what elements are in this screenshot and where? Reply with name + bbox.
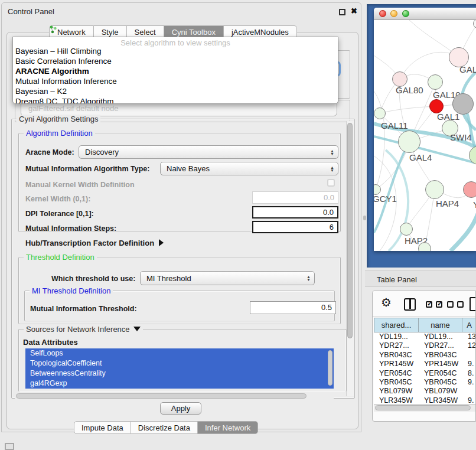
attribute-item-betweennesscentrality[interactable]: BetweennessCentrality [25,369,334,379]
network-window-titlebar[interactable] [374,8,476,20]
network-canvas[interactable]: GAL7GAL80GAL10GAL1GAL11GAL4SWI4GCY1HAP4Y… [374,20,476,251]
column-header-name[interactable]: name [419,318,462,332]
tab-infer-network[interactable]: Infer Network [198,421,258,434]
attribute-item-gal4rgexp[interactable]: gal4RGexp [25,379,334,389]
which-threshold-select[interactable]: MI Threshold ▲▼ [140,271,315,285]
manual-kernel-checkbox[interactable] [327,179,335,187]
kernel-width-label: Kernel Width (0,1): [25,195,90,203]
dropdown-option-bayesian-k2[interactable]: Bayesian – K2 [13,86,338,96]
table-cell: YDR27... [419,341,462,350]
float-window-icon[interactable] [339,9,345,15]
mi-type-value: Naive Bayes [167,164,210,173]
node-label-hap4: HAP4 [436,198,459,208]
table-cell: YBR045C [419,378,462,387]
network-node-y[interactable] [463,181,476,198]
sources-title[interactable]: Sources for Network Inference [24,325,143,334]
dropdown-options: Bayesian – Hill ClimbingBasic Correlatio… [13,46,338,104]
node-label-gal80: GAL80 [396,85,423,95]
dropdown-option-mutual-information-inference[interactable]: Mutual Information Inference [13,76,338,86]
close-icon[interactable]: ✖ [351,6,357,15]
network-node-hap4[interactable] [425,180,444,199]
network-node[interactable] [418,242,431,251]
network-node-gal4[interactable] [398,131,420,153]
table-row[interactable]: YBL079WYBL079W [374,387,476,396]
node-label-gal7: GAL7 [459,64,476,74]
tab-label: Cyni Toolbox [172,28,216,37]
stepper-arrows-icon: ▲▼ [307,275,311,281]
mi-type-select[interactable]: Naive Bayes ▲▼ [160,162,338,175]
sources-title-text: Sources for Network Inference [26,325,130,334]
aracne-mode-select[interactable]: Discovery ▲▼ [79,145,338,159]
node-label-gal1: GAL1 [437,112,459,122]
apply-button[interactable]: Apply [160,402,201,415]
mi-threshold-definition-title: MI Threshold Definition [30,286,113,295]
network-window[interactable]: GAL7GAL80GAL10GAL1GAL11GAL4SWI4GCY1HAP4Y… [374,8,476,251]
tab-discretize-data[interactable]: Discretize Data [131,421,198,434]
settings-scrollbar-thumb[interactable] [347,123,353,338]
mi-threshold-label: Mutual Information Threshold: [30,305,137,313]
table-row[interactable]: YER054CYER054C8. [374,369,476,378]
dropdown-option-bayesian-hill-climbing[interactable]: Bayesian – Hill Climbing [13,46,338,56]
checked-box-icon[interactable] [426,301,432,308]
splitter-grip[interactable] [363,216,366,220]
table-row[interactable]: YPR145WYPR145W9. [374,360,476,369]
dropdown-option-basic-correlation-inference[interactable]: Basic Correlation Inference [13,56,338,66]
table-cell: 9. [462,360,476,369]
table-cell: YBR043C [374,351,419,360]
table-cell: YPR145W [419,360,462,369]
dpi-tolerance-field[interactable]: 0.0 [252,206,338,219]
network-node-gal10[interactable] [428,74,443,90]
gear-icon[interactable]: ⚙ [381,295,392,309]
table-cell: YBL079W [374,387,419,396]
column-header-shared[interactable]: shared... [374,318,419,332]
collapsed-panel-chip[interactable] [5,443,14,450]
table-cell: YDR27... [374,341,419,350]
zoom-traffic-light-icon[interactable] [402,10,409,17]
tab-label: Network [57,28,86,37]
table-cell: 9. [462,396,476,404]
kernel-width-field[interactable]: 0.0 [252,191,338,204]
table-cell [462,387,476,396]
dropdown-option-dream8-dc-tdc-algorithm[interactable]: Dream8 DC_TDC Algorithm [13,96,338,104]
control-panel-titlebar: Control Panel ✖ [2,3,361,19]
network-node-gal11[interactable] [374,107,386,119]
node-label-gal4: GAL4 [409,152,432,162]
mi-steps-field[interactable]: 6 [252,221,338,233]
attribute-item-topologicalcoefficient[interactable]: TopologicalCoefficient [25,358,334,369]
column-header-a[interactable]: A [462,318,476,332]
minimize-traffic-light-icon[interactable] [390,10,397,17]
table-row[interactable]: YLR345WYLR345W9. [374,396,476,404]
table-cell: YBR045C [374,378,419,387]
stepper-arrows-icon: ▲▼ [330,166,334,172]
attribute-list-scrollbar-thumb[interactable] [328,350,332,386]
checked-box-icon[interactable] [436,301,442,308]
node-label-y: Y [473,200,476,210]
table-hscrollbar-thumb[interactable] [375,405,471,410]
settings-hscrollbar-thumb[interactable] [16,393,307,399]
data-attributes-list[interactable]: SelfLoopsTopologicalCoefficientBetweenne… [25,348,334,389]
node-label-gal11: GAL11 [381,120,408,131]
dropdown-option-aracne-algorithm[interactable]: ARACNE Algorithm [13,66,338,76]
algorithm-definition-title: Algorithm Definition [24,129,95,138]
mi-threshold-field[interactable]: 0.5 [250,301,336,314]
tab-label: Style [102,28,119,37]
table-row[interactable]: YDR27...YDR27...12 [374,341,476,350]
table-row[interactable]: YBR045CYBR045C9. [374,378,476,387]
table-row[interactable]: YDL19...YDL19...13 [374,332,476,341]
table-row[interactable]: YBR043CYBR043C [374,351,476,360]
aracne-mode-label: Aracne Mode: [25,148,74,156]
threshold-definition-title: Threshold Definition [24,253,97,262]
document-icon[interactable] [470,297,476,311]
split-columns-icon[interactable] [404,298,416,311]
table-cell: 13 [462,332,476,341]
table-cell: YDL19... [419,332,462,341]
table-header-row: shared...nameA [374,318,476,332]
tab-impute-data[interactable]: Impute Data [74,421,131,434]
hub-section-label: Hub/Transcription Factor Definition [25,239,154,247]
attribute-item-selfloops[interactable]: SelfLoops [25,348,334,358]
network-node-hap2[interactable] [400,223,413,236]
unchecked-box-icon[interactable] [447,301,454,308]
close-traffic-light-icon[interactable] [379,10,386,17]
unchecked-box-icon[interactable] [457,301,464,308]
hub-section-toggle[interactable]: Hub/Transcription Factor Definition [25,239,164,247]
